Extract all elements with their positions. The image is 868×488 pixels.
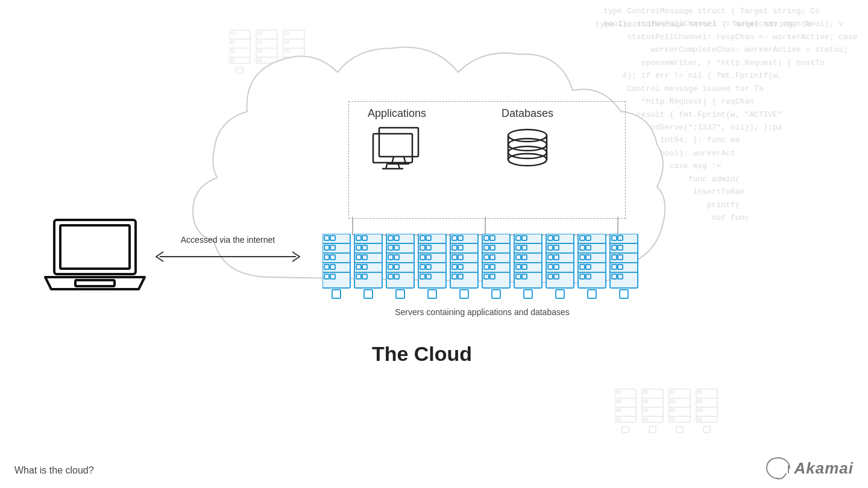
svg-rect-124 (460, 290, 468, 298)
databases-section: Databases (500, 107, 555, 173)
svg-rect-227 (669, 389, 690, 422)
akamai-logo: Akamai (766, 455, 854, 481)
svg-rect-61 (354, 234, 382, 288)
svg-rect-140 (492, 290, 500, 298)
svg-rect-109 (450, 234, 478, 288)
blue-servers (322, 234, 642, 303)
server-caption: Servers containing applications and data… (322, 307, 642, 317)
svg-rect-209 (615, 389, 636, 422)
svg-rect-232 (671, 400, 675, 402)
svg-rect-93 (418, 234, 446, 288)
svg-rect-207 (75, 280, 115, 286)
svg-rect-231 (671, 391, 675, 393)
svg-rect-216 (617, 418, 620, 421)
bottom-label: What is the cloud? (14, 465, 94, 476)
svg-line-32 (386, 163, 388, 169)
applications-label: Applications (368, 107, 426, 120)
svg-rect-226 (649, 427, 656, 433)
svg-rect-108 (428, 290, 436, 298)
applications-icon (370, 125, 424, 173)
main-content: type ControlMessage struct { Target stri… (0, 0, 868, 488)
svg-rect-223 (644, 400, 647, 402)
cloud-title: The Cloud (175, 342, 669, 366)
svg-rect-218 (642, 389, 663, 422)
svg-rect-236 (696, 389, 717, 422)
databases-label: Databases (502, 107, 553, 120)
svg-rect-217 (622, 427, 629, 433)
svg-rect-225 (644, 418, 647, 421)
svg-rect-241 (698, 400, 702, 402)
server-row (322, 234, 642, 303)
akamai-text: Akamai (794, 459, 854, 478)
svg-rect-215 (617, 409, 620, 411)
svg-rect-213 (617, 391, 620, 393)
applications-section: Applications (368, 107, 426, 173)
svg-rect-156 (524, 290, 532, 298)
svg-rect-243 (698, 418, 702, 421)
svg-rect-204 (620, 290, 628, 298)
svg-rect-235 (676, 427, 683, 433)
svg-rect-242 (698, 409, 702, 411)
svg-rect-205 (54, 220, 136, 274)
svg-rect-244 (703, 427, 710, 433)
bidirectional-arrow (153, 248, 303, 265)
svg-rect-92 (396, 290, 404, 298)
svg-rect-77 (386, 234, 414, 288)
arrow-container: Accessed via the internet (153, 235, 303, 265)
laptop-icon (42, 217, 148, 301)
svg-rect-60 (332, 290, 341, 298)
svg-rect-234 (671, 418, 675, 421)
svg-rect-157 (546, 234, 574, 288)
svg-rect-125 (482, 234, 510, 288)
svg-rect-224 (644, 409, 647, 411)
svg-rect-173 (578, 234, 606, 288)
svg-rect-172 (556, 290, 564, 298)
svg-point-38 (508, 154, 547, 166)
arrow-label: Accessed via the internet (181, 235, 275, 245)
svg-rect-222 (644, 391, 647, 393)
decorative-servers-bottom (615, 383, 723, 452)
svg-rect-76 (364, 290, 373, 298)
svg-rect-240 (698, 391, 702, 393)
svg-rect-206 (60, 225, 130, 269)
databases-icon (500, 125, 555, 173)
svg-rect-45 (322, 234, 350, 288)
akamai-icon (766, 455, 791, 481)
svg-rect-141 (514, 234, 542, 288)
svg-rect-214 (617, 400, 620, 402)
svg-rect-189 (610, 234, 638, 288)
svg-point-40 (508, 146, 547, 158)
svg-rect-188 (588, 290, 596, 298)
svg-rect-233 (671, 409, 675, 411)
